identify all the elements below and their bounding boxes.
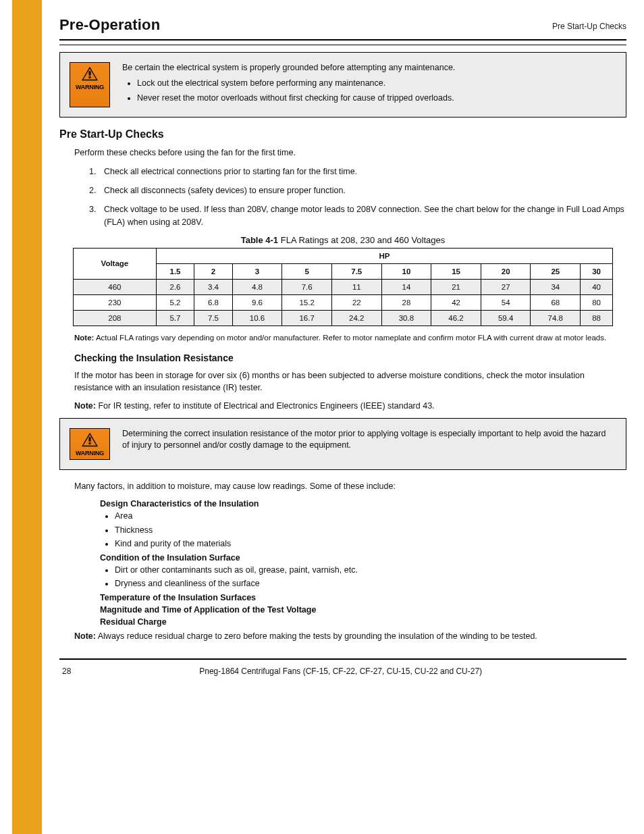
- table-cell: 68: [531, 294, 581, 310]
- subsection-heading: Checking the Insulation Resistance: [74, 353, 626, 363]
- factor-head: Temperature of the Insulation Surfaces: [100, 593, 613, 602]
- table-note: Note: Actual FLA ratings vary depending …: [74, 333, 612, 344]
- table-cell: 74.8: [531, 310, 581, 325]
- table-caption-text: FLA Ratings at 208, 230 and 460 Voltages: [281, 235, 446, 245]
- factor-item: Thickness: [115, 525, 613, 537]
- table-cell: 11: [331, 279, 381, 294]
- svg-rect-2: [89, 71, 91, 75]
- table-cell: 10.6: [232, 310, 282, 325]
- table-hp-header: 15: [431, 263, 481, 279]
- warning-callout-electrical: WARNING Be certain the electrical system…: [59, 52, 626, 118]
- residual-note-text: Always reduce residual charge to zero be…: [98, 631, 537, 641]
- table-col-group: HP: [156, 248, 612, 263]
- table-cell: 2.6: [156, 279, 194, 294]
- prestart-note: Check all electrical connections prior t…: [89, 165, 626, 178]
- table-hp-header: 30: [581, 263, 613, 279]
- warning-triangle-icon: [80, 66, 100, 82]
- factor-item: Dirt or other contaminants such as oil, …: [115, 565, 613, 577]
- table-cell: 24.2: [331, 310, 381, 325]
- warning-label: WARNING: [70, 428, 110, 460]
- fla-table: VoltageHP1.52357.510152025304602.63.44.8…: [73, 248, 613, 326]
- warning-list-item: Never reset the motor overloads without …: [137, 93, 455, 104]
- table-cell: 9.6: [232, 294, 282, 310]
- table-cell: 27: [481, 279, 531, 294]
- table-cell: 40: [581, 279, 613, 294]
- warning-label-text: WARNING: [76, 84, 104, 90]
- table-row-header: Voltage: [74, 248, 157, 279]
- table-cell: 16.7: [282, 310, 332, 325]
- table-cell: 5.2: [156, 294, 194, 310]
- table-cell: 3.4: [194, 279, 232, 294]
- table-cell: 14: [381, 279, 431, 294]
- svg-rect-7: [89, 442, 91, 444]
- table-cell: 88: [581, 310, 613, 325]
- factor-group-magnitude: Magnitude and Time of Application of the…: [100, 605, 613, 615]
- table-cell: 46.2: [431, 310, 481, 325]
- table-hp-header: 20: [481, 263, 531, 279]
- table-voltage-cell: 208: [74, 310, 157, 325]
- table-hp-header: 3: [232, 263, 282, 279]
- table-cell: 7.6: [282, 279, 332, 294]
- factor-item: Area: [115, 511, 613, 523]
- factor-group-condition: Condition of the Insulation Surface Dirt…: [100, 553, 613, 590]
- section-heading: Pre Start-Up Checks: [59, 128, 626, 140]
- table-cell: 30.8: [381, 310, 431, 325]
- prestart-note: Check all disconnects (safety devices) t…: [89, 184, 626, 197]
- table-cell: 59.4: [481, 310, 531, 325]
- svg-rect-3: [89, 76, 91, 78]
- checking-note-label: Note:: [74, 401, 96, 411]
- table-voltage-cell: 460: [74, 279, 157, 294]
- factor-item: Dryness and cleanliness of the surface: [115, 578, 613, 590]
- table-note-text: Actual FLA ratings vary depending on mot…: [96, 334, 606, 342]
- table-cell: 5.7: [156, 310, 194, 325]
- prestart-intro: Perform these checks before using the fa…: [74, 147, 613, 159]
- factors-intro: Many factors, in addition to moisture, m…: [74, 481, 613, 493]
- warning-ir-text: Determining the correct insulation resis…: [122, 428, 615, 451]
- side-accent-bar: [12, 0, 42, 834]
- table-hp-header: 7.5: [331, 263, 381, 279]
- table-cell: 54: [481, 294, 531, 310]
- table-cell: 7.5: [194, 310, 232, 325]
- warning-lead: Be certain the electrical system is prop…: [122, 62, 455, 74]
- table-cell: 4.8: [232, 279, 282, 294]
- table-cell: 28: [381, 294, 431, 310]
- table-cell: 22: [331, 294, 381, 310]
- warning-label: WARNING: [70, 62, 110, 107]
- checking-para: If the motor has been in storage for ove…: [74, 370, 613, 394]
- table-cell: 34: [531, 279, 581, 294]
- table-hp-header: 2: [194, 263, 232, 279]
- table-caption: Table 4-1 FLA Ratings at 208, 230 and 46…: [59, 235, 626, 245]
- factor-group-design: Design Characteristics of the Insulation…: [100, 499, 613, 550]
- factor-list: AreaThicknessKind and purity of the mate…: [115, 511, 613, 550]
- warning-list: Lock out the electrical system before pe…: [137, 78, 455, 104]
- factor-head: Condition of the Insulation Surface: [100, 553, 613, 563]
- page-footer: 28 Pneg-1864 Centrifugal Fans (CF-15, CF…: [59, 664, 626, 676]
- warning-label-text: WARNING: [76, 450, 104, 457]
- factor-head: Residual Charge: [100, 617, 613, 627]
- factor-head: Design Characteristics of the Insulation: [100, 499, 613, 509]
- table-caption-label: Table 4-1: [241, 235, 278, 245]
- table-cell: 15.2: [282, 294, 332, 310]
- factor-item: Kind and purity of the materials: [115, 538, 613, 550]
- table-voltage-cell: 230: [74, 294, 157, 310]
- factor-group-temperature: Temperature of the Insulation Surfaces: [100, 593, 613, 602]
- footer-rule: [59, 658, 626, 660]
- table-hp-header: 5: [282, 263, 332, 279]
- factor-head: Magnitude and Time of Application of the…: [100, 605, 613, 615]
- prestart-note: Check voltage to be used. If less than 2…: [89, 203, 626, 228]
- table-cell: 42: [431, 294, 481, 310]
- table-cell: 80: [581, 294, 613, 310]
- svg-rect-6: [89, 437, 91, 441]
- prestart-notes-list: Check all electrical connections prior t…: [89, 165, 626, 228]
- table-hp-header: 25: [531, 263, 581, 279]
- table-hp-header: 10: [381, 263, 431, 279]
- factor-group-residual: Residual Charge: [100, 617, 613, 627]
- page-header: Pre-Operation Pre Start-Up Checks: [59, 16, 626, 38]
- footer-doc-title: Pneg-1864 Centrifugal Fans (CF-15, CF-22…: [199, 667, 482, 676]
- page-number: 28: [62, 667, 71, 676]
- table-note-label: Note:: [74, 334, 94, 342]
- warning-list-item: Lock out the electrical system before pe…: [137, 78, 455, 89]
- header-section: Pre Start-Up Checks: [552, 22, 626, 34]
- table-cell: 6.8: [194, 294, 232, 310]
- warning-callout-ir: WARNING Determining the correct insulati…: [59, 418, 626, 470]
